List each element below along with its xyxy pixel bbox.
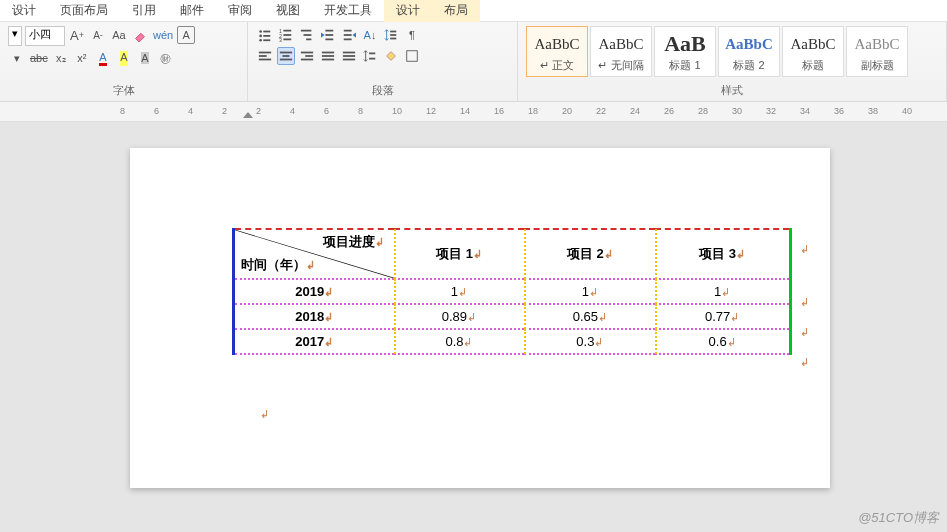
svg-rect-43 [369,58,375,60]
paragraph-spacing-button[interactable] [361,47,379,65]
line-spacing-button[interactable] [382,26,400,44]
corner-bottom-label: 时间（年）↲ [241,256,315,274]
superscript-button[interactable]: x² [73,49,91,67]
phonetic-guide-button[interactable]: wén [152,26,174,44]
numbering-button[interactable]: 123 [277,26,295,44]
table-cell[interactable]: 0.6↲ [655,329,790,354]
ruler-number: 2 [256,106,261,116]
shading-button[interactable] [382,47,400,65]
row-end-mark: ↲ [800,356,809,369]
style-item-title[interactable]: AaBbC 标题 [782,26,844,77]
bullets-button[interactable] [256,26,274,44]
show-marks-button[interactable]: ¶ [403,26,421,44]
svg-rect-29 [259,59,271,61]
ruler-number: 6 [324,106,329,116]
style-item-subtitle[interactable]: AaBbC 副标题 [846,26,908,77]
strikethrough-button[interactable]: abє [29,49,49,67]
style-item-body[interactable]: AaBbC ↵ 正文 [526,26,588,77]
menu-tab-table-design[interactable]: 设计 [384,0,432,22]
ruler-number: 18 [528,106,538,116]
svg-rect-39 [343,52,355,54]
svg-rect-30 [280,52,292,54]
align-center-button[interactable] [277,47,295,65]
spacing-icon [363,49,377,63]
table-cell[interactable]: 1↲ [524,279,655,304]
ruler-number: 8 [120,106,125,116]
menu-tab-references[interactable]: 引用 [120,0,168,22]
table-row-label[interactable]: 2017↲ [234,329,394,354]
shrink-font-button[interactable]: A- [89,26,107,44]
style-item-heading2[interactable]: AaBbC 标题 2 [718,26,780,77]
svg-rect-13 [301,30,312,32]
menu-tab-table-layout[interactable]: 布局 [432,0,480,22]
document-area[interactable]: 项目进度↲ 时间（年）↲ 项目 1↲ 项目 2↲ 项目 3↲ 2019↲ 1↲ … [0,122,947,532]
grow-font-button[interactable]: A+ [68,26,86,44]
sort-button[interactable]: A↓ [361,26,379,44]
style-item-nospacing[interactable]: AaBbC ↵ 无间隔 [590,26,652,77]
table-cell[interactable]: 0.3↲ [524,329,655,354]
word-table[interactable]: 项目进度↲ 时间（年）↲ 项目 1↲ 项目 2↲ 项目 3↲ 2019↲ 1↲ … [232,228,792,355]
char-shading-button[interactable]: A [136,49,154,67]
menu-tab-pagelayout[interactable]: 页面布局 [48,0,120,22]
svg-rect-15 [306,39,311,41]
indent-button[interactable] [340,26,358,44]
table-cell[interactable]: 0.65↲ [524,304,655,329]
change-case-button[interactable]: Aa [110,26,128,44]
font-size-combo[interactable]: 小四 [25,26,65,46]
table-cell[interactable]: 0.89↲ [394,304,525,329]
align-distribute-button[interactable] [340,47,358,65]
align-justify-button[interactable] [319,47,337,65]
corner-top-label: 项目进度↲ [323,233,384,251]
menu-tab-view[interactable]: 视图 [264,0,312,22]
svg-rect-8 [283,30,291,32]
table-header-cell[interactable]: 项目 3↲ [655,229,790,279]
table-cell[interactable]: 0.8↲ [394,329,525,354]
align-right-icon [300,49,314,63]
svg-rect-26 [390,38,396,40]
multilevel-button[interactable] [298,26,316,44]
table-cell[interactable]: 1↲ [394,279,525,304]
ruler-number: 6 [154,106,159,116]
menu-tab-devtools[interactable]: 开发工具 [312,0,384,22]
table-cell[interactable]: 1↲ [655,279,790,304]
svg-rect-20 [344,30,352,32]
menu-tab-design[interactable]: 设计 [0,0,48,22]
svg-rect-37 [322,55,334,57]
ruler-number: 32 [766,106,776,116]
table-header-row[interactable]: 项目进度↲ 时间（年）↲ 项目 1↲ 项目 2↲ 项目 3↲ [234,229,791,279]
menu-tab-review[interactable]: 审阅 [216,0,264,22]
borders-button[interactable] [403,47,421,65]
align-right-button[interactable] [298,47,316,65]
ruler-number: 30 [732,106,742,116]
table-row[interactable]: 2017↲ 0.8↲ 0.3↲ 0.6↲ [234,329,791,354]
table-header-cell[interactable]: 项目 2↲ [524,229,655,279]
row-end-mark: ↲ [800,243,809,256]
table-row[interactable]: 2018↲ 0.89↲ 0.65↲ 0.77↲ [234,304,791,329]
table-row[interactable]: 2019↲ 1↲ 1↲ 1↲ [234,279,791,304]
style-item-heading1[interactable]: AaB 标题 1 [654,26,716,77]
first-line-indent-marker[interactable] [243,112,253,118]
table-row-label[interactable]: 2018↲ [234,304,394,329]
horizontal-ruler[interactable]: 8642246810121416182022242628303234363840 [0,102,947,122]
svg-rect-40 [343,55,355,57]
font-color-button[interactable]: A [94,49,112,67]
table-corner-cell[interactable]: 项目进度↲ 时间（年）↲ [234,229,394,279]
ruler-number: 40 [902,106,912,116]
clear-format-button[interactable] [131,26,149,44]
svg-rect-38 [322,59,334,61]
style-caption: 标题 [785,58,841,73]
table-row-label[interactable]: 2019↲ [234,279,394,304]
outdent-button[interactable] [319,26,337,44]
subscript-button[interactable]: x₂ [52,49,70,67]
menu-tab-mailings[interactable]: 邮件 [168,0,216,22]
align-left-button[interactable] [256,47,274,65]
font-combo-stub[interactable]: ▾ [8,26,22,46]
enclose-char-button[interactable]: ㊖ [157,49,175,67]
format-painter-stub[interactable]: ▾ [8,49,26,67]
table-cell[interactable]: 0.77↲ [655,304,790,329]
char-border-button[interactable]: A [177,26,195,44]
style-gallery[interactable]: AaBbC ↵ 正文 AaBbC ↵ 无间隔 AaB 标题 1 AaBbC 标题… [526,26,908,77]
table-header-cell[interactable]: 项目 1↲ [394,229,525,279]
watermark-text: @51CTO博客 [858,509,939,527]
highlight-button[interactable]: A [115,49,133,67]
